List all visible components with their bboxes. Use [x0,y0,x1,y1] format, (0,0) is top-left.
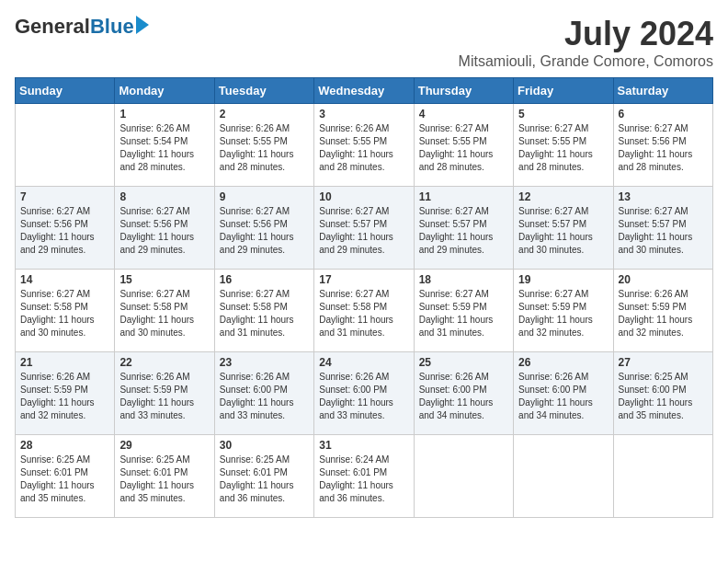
calendar-header-row: SundayMondayTuesdayWednesdayThursdayFrid… [16,78,713,104]
day-number: 21 [20,356,109,369]
calendar-cell: 2Sunrise: 6:26 AMSunset: 5:55 PMDaylight… [214,104,313,187]
day-number: 10 [319,190,408,203]
calendar-cell [16,104,115,187]
day-number: 14 [20,273,109,286]
day-number: 23 [220,356,309,369]
day-number: 16 [220,273,309,286]
calendar-cell: 7Sunrise: 6:27 AMSunset: 5:56 PMDaylight… [16,187,115,270]
day-info: Sunrise: 6:27 AMSunset: 5:57 PMDaylight:… [619,205,708,257]
day-number: 7 [20,190,109,203]
calendar-cell: 21Sunrise: 6:26 AMSunset: 5:59 PMDayligh… [16,352,115,435]
day-number: 1 [119,108,209,121]
location-subtitle: Mitsamiouli, Grande Comore, Comoros [459,53,713,70]
calendar-week-row: 7Sunrise: 6:27 AMSunset: 5:56 PMDaylight… [16,187,713,270]
calendar-cell: 25Sunrise: 6:26 AMSunset: 6:00 PMDayligh… [414,352,513,435]
day-number: 29 [119,439,209,452]
day-info: Sunrise: 6:26 AMSunset: 6:00 PMDaylight:… [319,371,408,422]
calendar-cell: 10Sunrise: 6:27 AMSunset: 5:57 PMDayligh… [314,187,414,270]
page-header: General Blue July 2024 Mitsamiouli, Gran… [15,15,713,70]
day-number: 8 [119,190,209,203]
calendar-cell: 4Sunrise: 6:27 AMSunset: 5:55 PMDaylight… [414,104,513,187]
calendar-cell: 18Sunrise: 6:27 AMSunset: 5:59 PMDayligh… [414,270,513,352]
calendar-cell: 9Sunrise: 6:27 AMSunset: 5:56 PMDaylight… [214,187,313,270]
day-number: 12 [518,190,608,203]
day-number: 15 [119,273,209,286]
title-block: July 2024 Mitsamiouli, Grande Comore, Co… [459,15,713,70]
calendar-cell: 24Sunrise: 6:26 AMSunset: 6:00 PMDayligh… [314,352,414,435]
calendar-week-row: 28Sunrise: 6:25 AMSunset: 6:01 PMDayligh… [16,435,713,518]
day-number: 2 [220,108,309,121]
day-number: 18 [419,273,508,286]
day-info: Sunrise: 6:27 AMSunset: 5:55 PMDaylight:… [518,122,608,174]
logo-arrow-icon [136,16,149,34]
col-header-saturday: Saturday [613,78,712,104]
day-info: Sunrise: 6:27 AMSunset: 5:59 PMDaylight:… [518,288,608,339]
day-number: 9 [220,190,309,203]
day-info: Sunrise: 6:25 AMSunset: 6:01 PMDaylight:… [20,454,109,505]
day-number: 30 [220,439,309,452]
calendar-cell: 30Sunrise: 6:25 AMSunset: 6:01 PMDayligh… [214,435,313,518]
day-number: 24 [319,356,408,369]
day-info: Sunrise: 6:27 AMSunset: 5:56 PMDaylight:… [220,205,309,257]
calendar-cell: 31Sunrise: 6:24 AMSunset: 6:01 PMDayligh… [314,435,414,518]
calendar-cell: 20Sunrise: 6:26 AMSunset: 5:59 PMDayligh… [613,270,712,352]
day-info: Sunrise: 6:27 AMSunset: 5:56 PMDaylight:… [619,122,708,174]
calendar-cell: 16Sunrise: 6:27 AMSunset: 5:58 PMDayligh… [214,270,313,352]
day-info: Sunrise: 6:27 AMSunset: 5:57 PMDaylight:… [319,205,408,257]
calendar-cell: 6Sunrise: 6:27 AMSunset: 5:56 PMDaylight… [613,104,712,187]
day-info: Sunrise: 6:26 AMSunset: 6:00 PMDaylight:… [220,371,309,422]
day-number: 6 [619,108,708,121]
calendar-cell: 19Sunrise: 6:27 AMSunset: 5:59 PMDayligh… [514,270,613,352]
day-info: Sunrise: 6:26 AMSunset: 5:54 PMDaylight:… [119,122,209,174]
day-info: Sunrise: 6:24 AMSunset: 6:01 PMDaylight:… [319,454,408,505]
day-info: Sunrise: 6:27 AMSunset: 5:56 PMDaylight:… [20,205,109,257]
day-number: 20 [619,273,708,286]
col-header-thursday: Thursday [414,78,513,104]
day-number: 17 [319,273,408,286]
day-info: Sunrise: 6:27 AMSunset: 5:57 PMDaylight:… [419,205,508,257]
calendar-cell: 13Sunrise: 6:27 AMSunset: 5:57 PMDayligh… [613,187,712,270]
calendar-cell: 11Sunrise: 6:27 AMSunset: 5:57 PMDayligh… [414,187,513,270]
day-info: Sunrise: 6:26 AMSunset: 6:00 PMDaylight:… [419,371,508,422]
day-info: Sunrise: 6:26 AMSunset: 5:55 PMDaylight:… [220,122,309,174]
calendar-cell: 22Sunrise: 6:26 AMSunset: 5:59 PMDayligh… [115,352,214,435]
calendar-cell: 23Sunrise: 6:26 AMSunset: 6:00 PMDayligh… [214,352,313,435]
month-year-title: July 2024 [459,15,713,53]
day-info: Sunrise: 6:27 AMSunset: 5:59 PMDaylight:… [419,288,508,339]
day-info: Sunrise: 6:27 AMSunset: 5:58 PMDaylight:… [119,288,209,339]
calendar-cell: 5Sunrise: 6:27 AMSunset: 5:55 PMDaylight… [514,104,613,187]
day-info: Sunrise: 6:26 AMSunset: 6:00 PMDaylight:… [518,371,608,422]
calendar-cell: 8Sunrise: 6:27 AMSunset: 5:56 PMDaylight… [115,187,214,270]
calendar-cell [414,435,513,518]
day-info: Sunrise: 6:27 AMSunset: 5:58 PMDaylight:… [220,288,309,339]
col-header-wednesday: Wednesday [314,78,414,104]
day-number: 25 [419,356,508,369]
day-number: 19 [518,273,608,286]
calendar-cell: 3Sunrise: 6:26 AMSunset: 5:55 PMDaylight… [314,104,414,187]
calendar-cell: 29Sunrise: 6:25 AMSunset: 6:01 PMDayligh… [115,435,214,518]
day-info: Sunrise: 6:25 AMSunset: 6:01 PMDaylight:… [119,454,209,505]
calendar-week-row: 14Sunrise: 6:27 AMSunset: 5:58 PMDayligh… [16,270,713,352]
day-number: 5 [518,108,608,121]
day-number: 27 [619,356,708,369]
calendar-cell [613,435,712,518]
day-info: Sunrise: 6:26 AMSunset: 5:55 PMDaylight:… [319,122,408,174]
day-number: 4 [419,108,508,121]
col-header-monday: Monday [115,78,214,104]
calendar-week-row: 21Sunrise: 6:26 AMSunset: 5:59 PMDayligh… [16,352,713,435]
day-number: 13 [619,190,708,203]
calendar-week-row: 1Sunrise: 6:26 AMSunset: 5:54 PMDaylight… [16,104,713,187]
calendar-cell: 12Sunrise: 6:27 AMSunset: 5:57 PMDayligh… [514,187,613,270]
day-info: Sunrise: 6:26 AMSunset: 5:59 PMDaylight:… [20,371,109,422]
day-info: Sunrise: 6:27 AMSunset: 5:55 PMDaylight:… [419,122,508,174]
logo-blue-text: Blue [90,15,134,39]
day-number: 22 [119,356,209,369]
logo: General Blue [15,15,149,39]
day-info: Sunrise: 6:27 AMSunset: 5:58 PMDaylight:… [20,288,109,339]
calendar-cell: 26Sunrise: 6:26 AMSunset: 6:00 PMDayligh… [514,352,613,435]
day-info: Sunrise: 6:25 AMSunset: 6:00 PMDaylight:… [619,371,708,422]
col-header-sunday: Sunday [16,78,115,104]
calendar-cell: 28Sunrise: 6:25 AMSunset: 6:01 PMDayligh… [16,435,115,518]
col-header-friday: Friday [514,78,613,104]
day-number: 31 [319,439,408,452]
